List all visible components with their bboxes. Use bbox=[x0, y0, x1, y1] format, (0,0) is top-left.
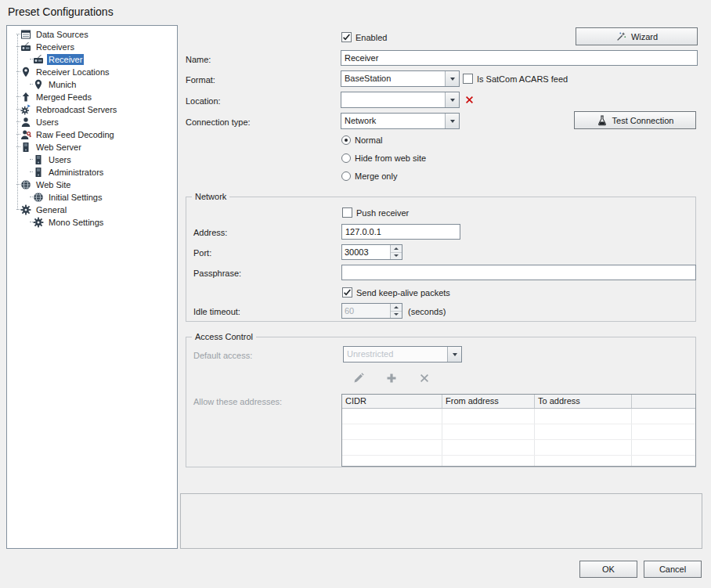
tree-item-web-server-users[interactable]: Users bbox=[7, 153, 177, 166]
tree-item-users[interactable]: Users bbox=[7, 116, 177, 128]
location-error-icon bbox=[464, 95, 475, 105]
dropdown-arrow-icon[interactable] bbox=[445, 92, 459, 107]
spin-down-button[interactable] bbox=[391, 253, 402, 260]
add-address-button[interactable] bbox=[384, 370, 399, 386]
radio-dot bbox=[341, 135, 351, 145]
tree-item-data-sources[interactable]: Data Sources bbox=[7, 28, 177, 41]
address-input[interactable] bbox=[341, 224, 460, 240]
table-row bbox=[342, 409, 695, 424]
tree-item-rebroadcast-servers[interactable]: Rebroadcast Servers bbox=[7, 103, 177, 116]
server-administrators-icon bbox=[33, 167, 45, 178]
plus-icon bbox=[385, 372, 398, 384]
radio-hide-from-web-site[interactable]: Hide from web site bbox=[341, 153, 426, 164]
access-control-groupbox: Access Control Default access: Unrestric… bbox=[186, 337, 696, 467]
default-access-label: Default access: bbox=[193, 350, 252, 361]
satcom-acars-checkbox[interactable]: Is SatCom ACARS feed bbox=[463, 73, 568, 85]
spin-up-button[interactable] bbox=[391, 245, 402, 253]
edit-address-button[interactable] bbox=[351, 370, 366, 386]
port-label: Port: bbox=[193, 247, 211, 258]
idle-timeout-input[interactable] bbox=[342, 304, 390, 318]
idle-timeout-label: Idle timeout: bbox=[193, 306, 240, 317]
tree-item-web-site[interactable]: Web Site bbox=[7, 179, 177, 191]
format-select[interactable]: BaseStation bbox=[341, 70, 460, 87]
location-pin-icon bbox=[20, 67, 32, 78]
checkbox-box bbox=[341, 32, 352, 42]
cancel-button[interactable]: Cancel bbox=[644, 561, 702, 578]
address-label: Address: bbox=[193, 227, 227, 238]
wizard-wand-icon bbox=[615, 31, 626, 42]
tree-item-receivers[interactable]: Receivers bbox=[7, 41, 177, 53]
port-stepper[interactable] bbox=[341, 244, 402, 260]
enabled-checkbox[interactable]: Enabled bbox=[341, 31, 387, 43]
tree-item-merged-feeds[interactable]: Merged Feeds bbox=[7, 91, 177, 103]
column-header-empty bbox=[632, 395, 695, 408]
delete-x-icon bbox=[418, 372, 431, 384]
description-panel bbox=[180, 493, 702, 549]
radio-dot bbox=[341, 153, 351, 163]
connection-type-select[interactable]: Network bbox=[341, 113, 460, 129]
tree-item-raw-feed-decoding[interactable]: Raw Feed Decoding bbox=[7, 128, 177, 141]
dropdown-arrow-icon[interactable] bbox=[447, 347, 461, 362]
location-pin-icon bbox=[33, 79, 45, 90]
window-title: Preset Configurations bbox=[8, 5, 114, 18]
data-sources-icon bbox=[20, 29, 32, 40]
idle-timeout-units-label: (seconds) bbox=[408, 306, 446, 317]
network-group-title: Network bbox=[192, 191, 229, 202]
tree-item-receiver[interactable]: Receiver bbox=[7, 53, 177, 66]
delete-address-button[interactable] bbox=[417, 370, 432, 386]
push-receiver-checkbox[interactable]: Push receiver bbox=[342, 207, 409, 218]
radio-merge-only[interactable]: Merge only bbox=[341, 171, 397, 182]
table-row bbox=[342, 456, 695, 467]
radio-dot bbox=[341, 171, 351, 181]
enabled-label: Enabled bbox=[356, 33, 387, 42]
preset-configurations-window: Preset Configurations Data Sources Recei… bbox=[0, 0, 711, 588]
checkbox-box bbox=[463, 74, 473, 84]
server-users-icon bbox=[33, 154, 45, 165]
raw-feed-decoding-icon bbox=[20, 129, 32, 140]
default-access-select[interactable]: Unrestricted bbox=[343, 346, 462, 363]
column-header-to-address[interactable]: To address bbox=[535, 395, 632, 408]
port-input[interactable] bbox=[342, 245, 390, 259]
name-input[interactable] bbox=[341, 50, 698, 66]
spin-up-button[interactable] bbox=[391, 304, 402, 312]
table-row bbox=[342, 424, 695, 440]
dropdown-arrow-icon[interactable] bbox=[445, 114, 459, 128]
dropdown-arrow-icon[interactable] bbox=[445, 71, 459, 86]
allow-addresses-table[interactable]: CIDR From address To address bbox=[341, 394, 696, 467]
web-site-icon bbox=[20, 179, 32, 190]
tree-item-general[interactable]: General bbox=[7, 204, 177, 216]
tree-item-mono-settings[interactable]: Mono Settings bbox=[7, 216, 177, 229]
ok-button[interactable]: OK bbox=[579, 561, 637, 578]
checkbox-box bbox=[342, 207, 352, 218]
tree-item-web-server-administrators[interactable]: Administrators bbox=[7, 166, 177, 179]
mono-settings-icon bbox=[33, 217, 45, 228]
pencil-icon bbox=[352, 372, 365, 384]
connection-type-label: Connection type: bbox=[186, 117, 251, 128]
wizard-button[interactable]: Wizard bbox=[576, 27, 698, 45]
general-icon bbox=[20, 204, 32, 215]
idle-timeout-stepper[interactable] bbox=[341, 303, 402, 319]
satcom-acars-label: Is SatCom ACARS feed bbox=[477, 74, 568, 84]
test-connection-button[interactable]: Test Connection bbox=[574, 111, 696, 129]
column-header-cidr[interactable]: CIDR bbox=[342, 395, 442, 408]
configuration-tree[interactable]: Data Sources Receivers Receiver Receiver… bbox=[6, 25, 178, 549]
tree-item-initial-settings[interactable]: Initial Settings bbox=[7, 191, 177, 204]
location-select[interactable] bbox=[341, 92, 460, 108]
name-label: Name: bbox=[186, 54, 211, 65]
radio-normal[interactable]: Normal bbox=[341, 135, 382, 146]
table-header-row: CIDR From address To address bbox=[342, 395, 695, 409]
initial-settings-icon bbox=[33, 192, 45, 203]
spin-down-button[interactable] bbox=[391, 312, 402, 319]
table-row bbox=[342, 440, 695, 456]
tree-item-web-server[interactable]: Web Server bbox=[7, 141, 177, 153]
checkbox-box bbox=[342, 287, 352, 298]
rebroadcast-servers-icon bbox=[20, 104, 32, 115]
network-groupbox: Network Push receiver Address: Port: Pas… bbox=[186, 197, 696, 322]
keep-alive-checkbox[interactable]: Send keep-alive packets bbox=[342, 287, 450, 298]
passphrase-input[interactable] bbox=[341, 265, 696, 280]
tree-item-receiver-locations[interactable]: Receiver Locations bbox=[7, 66, 177, 78]
location-label: Location: bbox=[186, 96, 221, 106]
users-icon bbox=[20, 117, 32, 128]
column-header-from-address[interactable]: From address bbox=[442, 395, 535, 408]
tree-item-munich[interactable]: Munich bbox=[7, 78, 177, 91]
